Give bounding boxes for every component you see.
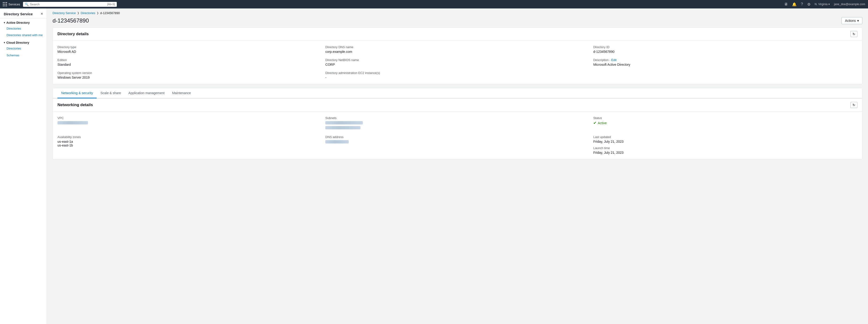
tab-scale-share[interactable]: Scale & share [97, 88, 125, 98]
sidebar-item-directories-ad[interactable]: Directories [0, 25, 47, 32]
breadcrumb-sep-2: ❯ [97, 11, 99, 14]
detail-launch-time: Launch time Friday, July 21, 2023 [593, 146, 858, 154]
directory-type-value: Microsoft AD [58, 50, 321, 54]
edition-label: Edition [58, 58, 321, 62]
tabs-row: Networking & security Scale & share Appl… [53, 88, 862, 98]
last-updated-label: Last updated [593, 135, 858, 139]
detail-subnets: Subnets [325, 116, 589, 130]
directory-details-header: Directory details ↻ [53, 28, 862, 40]
search-input[interactable] [30, 3, 106, 6]
breadcrumb-directories[interactable]: Directories [81, 11, 95, 15]
search-bar[interactable]: 🔍 [Alt+S] [23, 2, 117, 7]
dns-address-label: DNS address [325, 135, 589, 139]
sidebar-item-shared-directories[interactable]: Directories shared with me [0, 32, 47, 38]
tab-application-management[interactable]: Application management [125, 88, 168, 98]
grid-icon [3, 2, 7, 6]
main-content: Directory Service ❯ Directories ❯ d-1234… [47, 8, 868, 324]
description-edit-link[interactable]: Edit [611, 58, 616, 62]
settings-icon[interactable]: ⚙ [807, 2, 810, 6]
networking-details-card: Networking details ↻ VPC Subnets [53, 98, 862, 159]
networking-refresh-button[interactable]: ↻ [850, 102, 858, 108]
actions-label: Actions [845, 19, 856, 23]
admin-ec2-label: Directory administration EC2 instance(s) [325, 71, 589, 75]
directory-details-title: Directory details [58, 32, 89, 36]
dns-name-value: corp.example.com [325, 50, 589, 54]
az-label: Availability zones [58, 135, 321, 139]
detail-status: Status ✔ Active [593, 116, 858, 130]
detail-directory-id: Directory ID d-1234567890 [593, 45, 858, 54]
vpc-value-blurred [58, 121, 321, 126]
detail-timestamps: Last updated Friday, July 21, 2023 Launc… [593, 135, 858, 154]
directory-details-refresh-button[interactable]: ↻ [850, 31, 858, 37]
edition-value: Standard [58, 63, 321, 66]
detail-dns-address: DNS address [325, 135, 589, 154]
last-updated-value: Friday, July 21, 2023 [593, 140, 858, 143]
detail-admin-ec2: Directory administration EC2 instance(s)… [325, 71, 589, 79]
dns-address-value [325, 140, 589, 145]
directory-id-value: d-1234567890 [593, 50, 858, 54]
actions-button[interactable]: Actions ▾ [841, 17, 862, 24]
netbios-label: Directory NetBIOS name [325, 58, 589, 62]
services-label: Services [8, 3, 20, 6]
page-title: d-1234567890 [53, 18, 89, 24]
status-active-icon: ✔ [593, 121, 596, 125]
region-selector[interactable]: N. Virginia ▾ [815, 3, 830, 6]
status-label: Status [593, 116, 858, 120]
breadcrumb-current: d-1234567890 [100, 11, 120, 15]
detail-description: Description - Edit Microsoft Active Dire… [593, 58, 858, 66]
breadcrumb-directory-service[interactable]: Directory Service [53, 11, 76, 15]
detail-empty [593, 71, 858, 79]
tab-maintenance[interactable]: Maintenance [168, 88, 195, 98]
help-icon[interactable]: ? [801, 2, 803, 6]
directory-details-grid: Directory type Microsoft AD Directory DN… [53, 40, 862, 84]
admin-ec2-value: - [325, 76, 589, 79]
sidebar-section-label-active-directory: Active Directory [6, 21, 30, 24]
main-layout: Directory Service × ▾ Active Directory D… [0, 8, 868, 324]
detail-availability-zones: Availability zones us-east-1a us-east-1b [58, 135, 321, 154]
sidebar-title-bar: Directory Service × [0, 8, 47, 19]
sidebar: Directory Service × ▾ Active Directory D… [0, 8, 47, 324]
dns-name-label: Directory DNS name [325, 45, 589, 49]
az-value-1: us-east-1a [58, 140, 321, 143]
netbios-value: CORP [325, 63, 589, 66]
networking-details-grid: VPC Subnets Status [53, 112, 862, 159]
services-menu[interactable]: Services [3, 2, 20, 6]
sidebar-section-label-cloud-directory: Cloud Directory [6, 41, 29, 45]
sidebar-section-active-directory[interactable]: ▾ Active Directory [0, 19, 47, 25]
vpc-label: VPC [58, 116, 321, 120]
page-header: d-1234567890 Actions ▾ [47, 16, 868, 27]
description-value: Microsoft Active Directory [593, 63, 858, 66]
detail-last-updated: Last updated Friday, July 21, 2023 [593, 135, 858, 143]
directory-details-card: Directory details ↻ Directory type Micro… [53, 27, 862, 84]
monitor-icon[interactable]: 🖥 [784, 2, 788, 6]
az-value-2: us-east-1b [58, 143, 321, 147]
directory-id-label: Directory ID [593, 45, 858, 49]
launch-time-label: Launch time [593, 146, 858, 150]
tab-networking-security[interactable]: Networking & security [58, 88, 97, 98]
detail-netbios: Directory NetBIOS name CORP [325, 58, 589, 66]
detail-vpc: VPC [58, 116, 321, 130]
breadcrumb: Directory Service ❯ Directories ❯ d-1234… [47, 8, 868, 16]
status-badge: ✔ Active [593, 121, 858, 125]
subnet-value-2 [325, 126, 589, 130]
breadcrumb-sep-1: ❯ [77, 11, 79, 14]
bell-icon[interactable]: 🔔 [792, 2, 797, 6]
sidebar-item-schemas[interactable]: Schemas [0, 52, 47, 59]
nav-icons: 🖥 🔔 ? ⚙ N. Virginia ▾ jane_doe@example.c… [784, 2, 865, 6]
detail-edition: Edition Standard [58, 58, 321, 66]
search-icon: 🔍 [25, 3, 29, 6]
os-version-value: Windows Server 2019 [58, 76, 321, 79]
sidebar-title: Directory Service [4, 12, 33, 16]
launch-time-value: Friday, July 21, 2023 [593, 151, 858, 154]
networking-details-header: Networking details ↻ [53, 98, 862, 112]
directory-type-label: Directory type [58, 45, 321, 49]
chevron-down-icon: ▾ [4, 21, 5, 24]
sidebar-section-cloud-directory[interactable]: ▾ Cloud Directory [0, 38, 47, 45]
status-value: Active [598, 121, 607, 125]
sidebar-item-directories-cloud[interactable]: Directories [0, 45, 47, 52]
subnet-value-1 [325, 121, 589, 126]
sidebar-close-button[interactable]: × [41, 12, 43, 16]
detail-os-version: Operating system version Windows Server … [58, 71, 321, 79]
subnets-label: Subnets [325, 116, 589, 120]
description-label-row: Description - Edit [593, 58, 858, 62]
